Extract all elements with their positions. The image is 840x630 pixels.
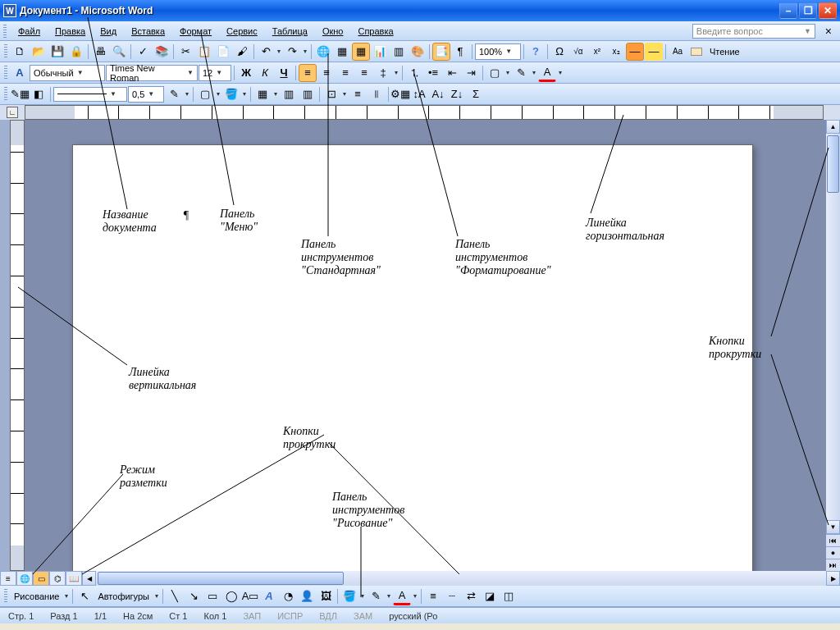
horizontal-scrollbar[interactable]: ◀ ▶ <box>82 571 840 586</box>
menu-tools[interactable]: Сервис <box>220 25 264 38</box>
copy-icon[interactable]: 📋 <box>195 43 213 61</box>
underline-button[interactable]: Ч <box>275 64 293 82</box>
spellcheck-icon[interactable]: ✓ <box>134 43 152 61</box>
omega-icon[interactable]: Ω <box>550 43 568 61</box>
wordart-icon[interactable]: A <box>260 587 278 605</box>
menu-file[interactable]: Файл <box>11 25 47 38</box>
permission-icon[interactable]: 🔒 <box>67 43 85 61</box>
h-scroll-thumb[interactable] <box>98 572 344 585</box>
drawing-toggle-icon[interactable]: 🎨 <box>409 43 427 61</box>
insert-table-icon[interactable]: ▦ <box>352 43 370 61</box>
redo-dropdown[interactable]: ▾ <box>302 48 308 55</box>
reading-view-icon[interactable]: 📖 <box>66 571 82 586</box>
minimize-button[interactable]: – <box>779 2 797 19</box>
document-viewport[interactable] <box>25 120 826 571</box>
line-icon[interactable]: ╲ <box>166 587 184 605</box>
fill-color-icon[interactable]: 🪣 <box>340 587 358 605</box>
menu-table[interactable]: Таблица <box>266 25 314 38</box>
font-size-combo[interactable]: 12▼ <box>199 65 231 81</box>
help-icon[interactable]: ? <box>527 43 545 61</box>
highlight-dropdown[interactable]: ▾ <box>531 69 537 76</box>
print-layout-view-icon[interactable]: ▭ <box>33 571 49 586</box>
3d-icon[interactable]: ◫ <box>500 587 518 605</box>
shading-color-dropdown[interactable]: ▾ <box>241 90 248 98</box>
print-icon[interactable]: 🖶 <box>91 43 109 61</box>
insert-excel-icon[interactable]: 📊 <box>371 43 389 61</box>
clipart-icon[interactable]: 👤 <box>298 587 316 605</box>
paste-icon[interactable]: 📄 <box>214 43 232 61</box>
print-preview-icon[interactable]: 🔍 <box>110 43 128 61</box>
horizontal-ruler[interactable] <box>25 105 824 120</box>
align-right-icon[interactable]: ≡ <box>336 64 354 82</box>
menu-insert[interactable]: Вставка <box>125 25 171 38</box>
maximize-button[interactable]: ❐ <box>799 2 817 19</box>
merge-cells-icon[interactable]: ▥ <box>280 85 298 103</box>
line-style-icon[interactable]: ≡ <box>424 587 442 605</box>
scroll-left-icon[interactable]: ◀ <box>82 571 96 586</box>
menubar-grip[interactable] <box>3 25 7 38</box>
font-color-draw-dropdown[interactable]: ▾ <box>412 592 418 600</box>
distribute-rows-icon[interactable]: ≡ <box>349 85 367 103</box>
highlight-icon[interactable]: ✎ <box>512 64 530 82</box>
mdi-close-button[interactable]: × <box>820 25 837 38</box>
hyperlink-icon[interactable]: 🌐 <box>314 43 332 61</box>
font-combo[interactable]: Times New Roman▼ <box>106 65 198 81</box>
select-objects-icon[interactable]: ↖ <box>75 587 94 605</box>
line-spacing-icon[interactable]: ‡ <box>374 64 392 82</box>
h-scroll-track[interactable] <box>96 571 826 586</box>
split-cells-icon[interactable]: ▥ <box>299 85 317 103</box>
undo-dropdown[interactable]: ▾ <box>276 48 282 55</box>
status-track[interactable]: ИСПР <box>274 611 306 621</box>
status-ext[interactable]: ВДЛ <box>316 611 340 621</box>
shadow-icon[interactable]: ◪ <box>481 587 499 605</box>
bold-button[interactable]: Ж <box>237 64 255 82</box>
superscript-icon[interactable]: x² <box>588 43 606 61</box>
sort-asc-icon[interactable]: A↓ <box>429 85 447 103</box>
line-color-dropdown[interactable]: ▾ <box>386 592 392 600</box>
menu-help[interactable]: Справка <box>351 25 399 38</box>
line-style-combo[interactable]: ▼ <box>53 87 127 102</box>
highlight-orange-icon[interactable]: — <box>626 43 644 61</box>
insert-table-btn-icon[interactable]: ▦ <box>253 85 272 103</box>
status-over[interactable]: ЗАМ <box>350 611 376 621</box>
toolbar-grip[interactable] <box>4 87 7 102</box>
prev-page-icon[interactable]: ⏮ <box>826 534 840 546</box>
autoshapes-menu[interactable]: Автофигуры <box>94 591 153 601</box>
align-center-icon[interactable]: ≡ <box>317 64 336 82</box>
decrease-indent-icon[interactable]: ⇤ <box>443 64 461 82</box>
format-painter-icon[interactable]: 🖌 <box>233 43 251 61</box>
columns-icon[interactable]: ▥ <box>390 43 408 61</box>
highlight-yellow-icon[interactable]: — <box>645 43 663 61</box>
status-language[interactable]: русский (Ро <box>386 611 441 621</box>
border-color-icon[interactable]: ✎ <box>165 85 183 103</box>
redo-icon[interactable]: ↷ <box>283 43 301 61</box>
new-doc-icon[interactable]: 🗋 <box>11 43 29 61</box>
reading-layout-icon[interactable] <box>687 43 705 61</box>
distribute-cols-icon[interactable]: ⫴ <box>368 85 386 103</box>
font-color-draw-icon[interactable]: A <box>393 587 411 605</box>
cell-align-dropdown[interactable]: ▾ <box>341 90 348 98</box>
save-icon[interactable]: 💾 <box>48 43 66 61</box>
font-color-icon[interactable]: A <box>538 64 556 82</box>
toolbar-grip[interactable] <box>4 66 7 80</box>
styles-pane-icon[interactable]: A <box>11 64 29 82</box>
style-combo[interactable]: Обычный▼ <box>30 65 105 81</box>
autosum-icon[interactable]: Σ <box>467 85 485 103</box>
font-color-dropdown[interactable]: ▾ <box>557 69 564 76</box>
line-spacing-dropdown[interactable]: ▾ <box>393 69 399 76</box>
eraser-icon[interactable]: ◧ <box>30 85 48 103</box>
border-color-dropdown[interactable]: ▾ <box>184 90 190 98</box>
diagram-icon[interactable]: ◔ <box>279 587 297 605</box>
insert-table-dropdown[interactable]: ▾ <box>272 90 279 98</box>
line-weight-combo[interactable]: 0,5▼ <box>128 86 164 103</box>
scroll-right-icon[interactable]: ▶ <box>826 571 840 586</box>
textbox-icon[interactable]: A▭ <box>241 587 259 605</box>
show-paragraph-icon[interactable]: ¶ <box>451 43 469 61</box>
status-rec[interactable]: ЗАП <box>240 611 264 621</box>
scroll-thumb[interactable] <box>827 135 839 193</box>
fill-color-dropdown[interactable]: ▾ <box>359 592 366 600</box>
align-left-icon[interactable]: ≡ <box>299 64 317 82</box>
line-color-icon[interactable]: ✎ <box>367 587 385 605</box>
toolbar-grip[interactable] <box>4 589 7 604</box>
increase-indent-icon[interactable]: ⇥ <box>462 64 480 82</box>
